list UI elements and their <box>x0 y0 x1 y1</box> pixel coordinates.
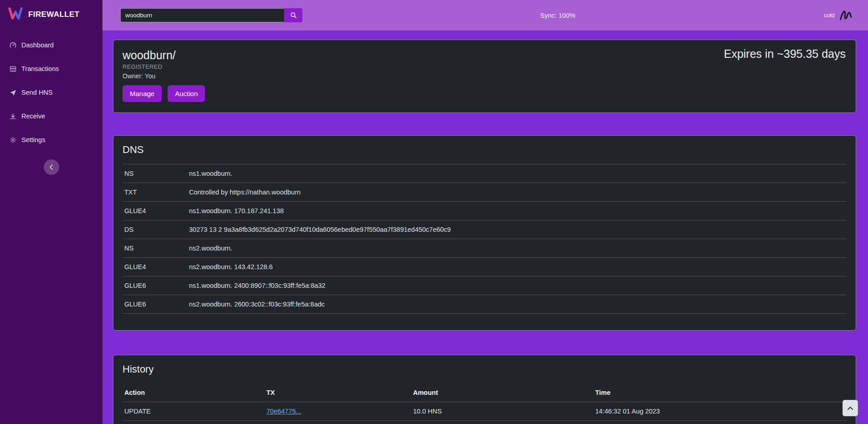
sidebar-item-label: Transactions <box>21 65 59 72</box>
receive-icon <box>9 112 16 120</box>
dns-record-row: TXT Controlled by https://nathan.woodbur… <box>123 183 847 202</box>
scroll-to-top-button[interactable] <box>842 400 858 416</box>
dns-record-row: GLUE4 ns1.woodburn. 170.187.241.138 <box>123 202 847 220</box>
history-time: 15:45:06 07 Jul 2023 <box>593 420 847 424</box>
sidebar-item-receive[interactable]: Receive <box>0 104 102 128</box>
history-action: UPDATE <box>123 402 265 420</box>
table-icon <box>9 65 16 72</box>
dns-record-value: ns2.woodburn. 2600:3c02::f03c:93ff:fe5a:… <box>187 295 847 314</box>
sidebar-item-label: Send HNS <box>21 89 53 96</box>
dns-record-value: ns2.woodburn. 143.42.128.6 <box>187 258 847 276</box>
dns-record-row: GLUE6 ns1.woodburn. 2400:8907::f03c:93ff… <box>123 276 847 295</box>
history-amount: 10.0 HNS <box>411 402 593 420</box>
sidebar-item-transactions[interactable]: Transactions <box>0 57 102 81</box>
auction-button[interactable]: Auction <box>168 85 205 102</box>
sidebar-item-label: Receive <box>21 112 45 120</box>
history-col-tx: TX <box>265 383 411 402</box>
domain-actions: Manage Auction <box>123 85 847 102</box>
wallet-logo-icon <box>839 9 853 22</box>
search-input[interactable] <box>120 8 284 22</box>
speedometer-icon <box>9 41 16 49</box>
sidebar-item-label: Dashboard <box>21 41 54 49</box>
chevron-up-icon <box>847 406 853 410</box>
history-card: History ActionTXAmountTime UPDATE 70e647… <box>113 355 856 424</box>
history-action: RENEW <box>123 420 265 424</box>
sidebar-item-dashboard[interactable]: Dashboard <box>0 33 102 57</box>
dns-record-value: Controlled by https://nathan.woodburn <box>187 183 847 202</box>
domain-owner: Owner: You <box>123 72 847 80</box>
dns-record-type: TXT <box>123 183 187 202</box>
history-col-action: Action <box>123 383 265 402</box>
dns-record-type: GLUE4 <box>123 258 187 276</box>
gear-icon <box>9 136 16 143</box>
send-icon <box>9 89 16 96</box>
search-bar <box>120 8 302 22</box>
tx-link[interactable]: 70e64775... <box>266 408 301 415</box>
topbar: Sync: 100% cold <box>102 0 868 31</box>
dns-record-type: DS <box>123 220 187 239</box>
dns-record-value: ns1.woodburn. 2400:8907::f03c:93ff:fe5a:… <box>187 276 847 295</box>
brand: FIREWALLET <box>0 0 102 27</box>
search-button[interactable] <box>284 8 302 22</box>
dns-record-value: 30273 13 2 9a3a8fb3d625d2a2073d740f10da6… <box>187 220 847 239</box>
dns-title: DNS <box>123 144 847 156</box>
domain-status: REGISTERED <box>123 63 847 70</box>
dns-record-type: GLUE6 <box>123 276 187 295</box>
dns-record-row: NS ns1.woodburn. <box>123 164 847 183</box>
search-icon <box>290 12 297 19</box>
sidebar-item-label: Settings <box>21 136 45 143</box>
dns-record-value: ns1.woodburn. 170.187.241.138 <box>187 202 847 220</box>
history-col-amount: Amount <box>411 383 593 402</box>
dns-record-row: GLUE4 ns2.woodburn. 143.42.128.6 <box>123 258 847 276</box>
dns-record-row: NS ns2.woodburn. <box>123 239 847 258</box>
firewallet-logo-icon <box>7 7 24 22</box>
manage-button[interactable]: Manage <box>123 85 162 102</box>
sidebar-item-settings[interactable]: Settings <box>0 128 102 152</box>
dns-table: NS ns1.woodburn. TXT Controlled by https… <box>123 164 847 314</box>
sidebar-menu: Dashboard Transactions Send HNS Receive … <box>0 33 102 152</box>
history-row: UPDATE 70e64775... 10.0 HNS 14:46:32 01 … <box>123 402 847 420</box>
dns-record-type: NS <box>123 239 187 258</box>
sidebar-collapse-button[interactable] <box>44 159 59 175</box>
sidebar-item-send-hns[interactable]: Send HNS <box>0 81 102 104</box>
dns-record-value: ns1.woodburn. <box>187 164 847 183</box>
history-title: History <box>123 363 847 375</box>
dns-record-type: GLUE4 <box>123 202 187 220</box>
dns-record-row: DS 30273 13 2 9a3a8fb3d625d2a2073d740f10… <box>123 220 847 239</box>
history-table: ActionTXAmountTime UPDATE 70e64775... 10… <box>123 383 847 424</box>
dns-record-row: GLUE6 ns2.woodburn. 2600:3c02::f03c:93ff… <box>123 295 847 314</box>
dns-card: DNS NS ns1.woodburn. TXT Controlled by h… <box>113 135 856 331</box>
main-content: woodburn/ REGISTERED Owner: You Manage A… <box>102 31 868 424</box>
history-time: 14:46:32 01 Aug 2023 <box>593 402 847 420</box>
sidebar: FIREWALLET Dashboard Transactions Send H… <box>0 0 102 424</box>
expires-label: Expires in ~395.35 days <box>724 47 846 61</box>
history-col-time: Time <box>593 383 847 402</box>
history-row: RENEW 4fda5c32... 10.0 HNS 15:45:06 07 J… <box>123 420 847 424</box>
history-header-row: ActionTXAmountTime <box>123 383 847 402</box>
sync-status: Sync: 100% <box>540 0 575 31</box>
brand-name: FIREWALLET <box>28 10 80 19</box>
dns-record-type: GLUE6 <box>123 295 187 314</box>
wallet-label: cold <box>824 12 835 19</box>
dns-record-type: NS <box>123 164 187 183</box>
dns-record-value: ns2.woodburn. <box>187 239 847 258</box>
domain-card: woodburn/ REGISTERED Owner: You Manage A… <box>113 40 856 113</box>
chevron-left-icon <box>49 164 54 170</box>
topbar-right: cold <box>824 0 853 31</box>
history-amount: 10.0 HNS <box>411 420 593 424</box>
